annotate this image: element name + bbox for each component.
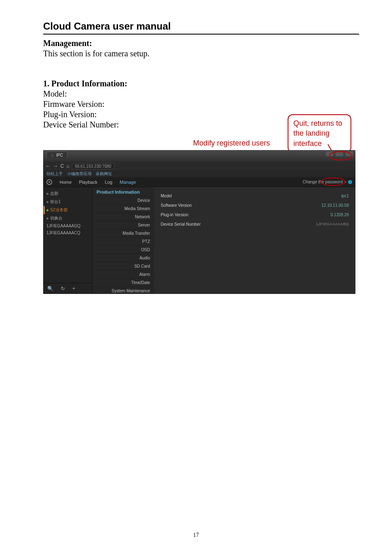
nav-playback[interactable]: Playback [79, 180, 97, 185]
bookmarks-bar: 轻松上手 小编推荐应用 采购网址 [43, 171, 355, 177]
tree-item-selected[interactable]: SZ业务部 [44, 206, 89, 214]
info-label: Model [161, 194, 172, 198]
menu-item-alarm[interactable]: Alarm [92, 270, 154, 278]
device-tree: 总部 前台1 SZ业务部 切换台 1JFIEGAAAAAGQ 1JFIEGAAA… [43, 187, 92, 239]
info-label: Software Version [161, 203, 192, 208]
menu-item-system-maintenance[interactable]: System Maintenance [92, 287, 154, 294]
annotation-ring-password [321, 178, 346, 186]
field-firmware-version: Firmware Version: [43, 99, 359, 109]
info-value: ipc1 [341, 194, 349, 198]
bookmark-item[interactable]: 采购网址 [96, 171, 112, 177]
product-info-panel: Model ipc1 Software Version 12.10.11.00.… [154, 187, 355, 294]
nav-manage[interactable]: Manage [120, 180, 136, 185]
device-tree-panel: 总部 前台1 SZ业务部 切换台 1JFIEGAAAAAGQ 1JFIEGAAA… [43, 187, 92, 294]
app-screenshot: IPC ← → C ⌂ 58.61.153.230:7080 轻松上手 小编推荐… [43, 150, 355, 294]
menu-item-audio[interactable]: Audio [92, 254, 154, 262]
menu-item-time-date[interactable]: Time/Date [92, 278, 154, 287]
refresh-icon[interactable]: ↻ [61, 286, 65, 291]
nav-log[interactable]: Log [105, 180, 112, 185]
info-label: Plug-in Version [161, 213, 188, 217]
url-field[interactable]: 58.61.153.230:7080 [72, 163, 114, 169]
management-text: This section is for camera setup. [43, 49, 359, 58]
info-row-software-version: Software Version 12.10.11.00.58 [160, 201, 350, 210]
annotation-ring-quit [329, 151, 352, 160]
tree-item[interactable]: 切换台 [46, 214, 89, 222]
tree-item[interactable]: 1JFIEGAAAAACQ [46, 229, 89, 236]
browser-tab[interactable]: IPC [46, 152, 67, 158]
info-value: 0.1209.28 [331, 213, 349, 217]
management-heading: Management: [43, 39, 359, 48]
tab-favicon [51, 154, 53, 157]
info-row-model: Model ipc1 [160, 191, 350, 201]
bookmark-item[interactable]: 小编推荐应用 [67, 171, 92, 177]
search-icon[interactable]: 🔍 [47, 286, 53, 291]
document-title: Cloud Camera user manual [43, 21, 359, 35]
info-label: Device Serial Number [161, 222, 201, 227]
tab-title: IPC [56, 153, 63, 157]
info-row-plugin-version: Plug-in Version 0.1209.28 [160, 210, 350, 220]
tree-item[interactable]: 1JFIEGAAAAAGQ [46, 222, 89, 229]
settings-menu: Product Information Device Media Stream … [92, 187, 154, 294]
app-logo-icon [46, 179, 52, 185]
info-row-serial-number: Device Serial Number 1JFIEGAAAAABQ [160, 220, 350, 229]
bookmark-item[interactable]: 轻松上手 [46, 171, 63, 177]
menu-item-device[interactable]: Device [92, 196, 154, 204]
info-value: 1JFIEGAAAAABQ [316, 222, 349, 227]
info-value: 12.10.11.00.58 [321, 203, 349, 208]
nav-home[interactable]: Home [60, 180, 71, 185]
callout-quit: Quit, returns to the landing interface [288, 114, 351, 153]
menu-item-sd-card[interactable]: SD Card [92, 262, 154, 270]
menu-item-osd[interactable]: OSD [92, 245, 154, 254]
browser-address-bar: ← → C ⌂ 58.61.153.230:7080 [43, 162, 355, 171]
menu-item-ptz[interactable]: PTZ [92, 237, 154, 245]
page-number: 17 [0, 532, 392, 539]
menu-item-media-transfer[interactable]: Media Transfer [92, 229, 154, 237]
top-nav: Home Playback Log Manage Change the pass… [43, 177, 355, 187]
forward-icon[interactable]: → [53, 163, 58, 169]
add-icon[interactable]: + [72, 286, 75, 291]
menu-item-media-stream[interactable]: Media Stream [92, 204, 154, 213]
back-icon[interactable]: ← [46, 163, 51, 169]
section-1-heading: 1. Product Information: [43, 79, 359, 88]
tree-item[interactable]: 前台1 [46, 198, 89, 206]
tree-item[interactable]: 总部 [46, 190, 89, 198]
browser-titlebar: IPC [43, 150, 355, 162]
menu-item-server[interactable]: Server [92, 221, 154, 229]
exit-icon[interactable] [348, 180, 352, 184]
tree-footer: 🔍 ↻ + [43, 283, 92, 294]
menu-heading-product-info[interactable]: Product Information [92, 187, 154, 196]
home-icon[interactable]: ⌂ [67, 163, 69, 169]
menu-item-network[interactable]: Network [92, 213, 154, 221]
field-model: Model: [43, 89, 359, 99]
reload-icon[interactable]: C [60, 163, 64, 169]
